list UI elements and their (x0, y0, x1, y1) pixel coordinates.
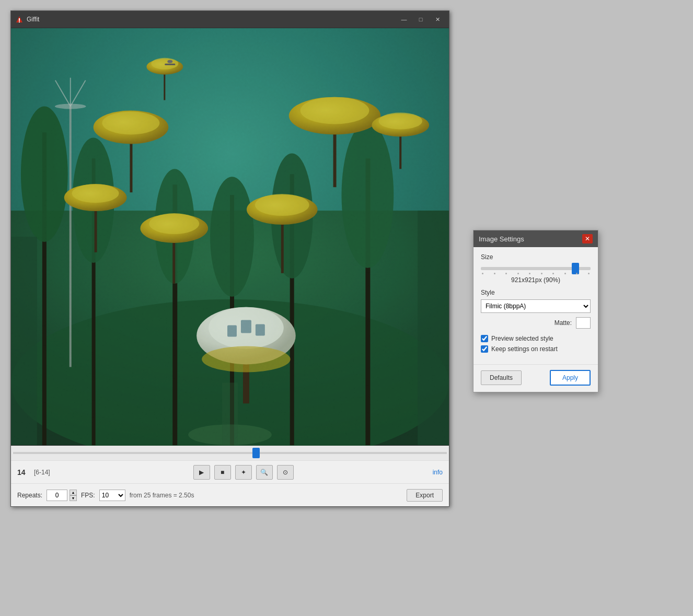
size-dot (517, 273, 519, 274)
svg-rect-57 (165, 64, 175, 65)
style-label: Style (481, 289, 591, 296)
panel-footer: Defaults Apply (473, 364, 598, 392)
style-select[interactable]: Filmic (8bppA) Classic (8bpp) Classic (2… (481, 299, 591, 313)
app-title: Giffit (27, 16, 39, 23)
keep-settings-checkbox-row: Keep settings on restart (481, 345, 591, 353)
info-link[interactable]: info (433, 469, 443, 476)
defaults-button[interactable]: Defaults (481, 370, 522, 385)
size-slider-container (481, 264, 591, 274)
matte-label: Matte: (555, 319, 572, 327)
camera-button[interactable]: ⊙ (277, 465, 294, 480)
style-row: Filmic (8bppA) Classic (8bpp) Classic (2… (481, 299, 591, 313)
fps-select[interactable]: 10 15 24 30 (99, 490, 125, 501)
spin-up-button[interactable]: ▲ (70, 490, 77, 495)
controls-bar: 14 [6-14] ▶ ■ ✦ 🔍 ⊙ info (11, 460, 449, 483)
svg-rect-1 (19, 18, 20, 21)
svg-rect-2 (19, 21, 20, 22)
panel-title-bar: Image Settings ✕ (473, 230, 598, 247)
svg-rect-56 (11, 28, 449, 445)
keep-settings-label[interactable]: Keep settings on restart (491, 345, 558, 353)
panel-body: Size 921x921px (90%) Style Filmic (8bppA… (473, 247, 598, 362)
size-slider[interactable] (481, 267, 591, 270)
title-bar: Giffit — □ ✕ (11, 11, 449, 28)
minimize-button[interactable]: — (397, 14, 411, 25)
image-area (11, 28, 449, 446)
export-button[interactable]: Export (407, 489, 443, 502)
size-dot (564, 273, 566, 274)
stop-icon: ■ (221, 469, 224, 476)
size-dot (494, 273, 495, 274)
search-button[interactable]: 🔍 (256, 465, 273, 480)
timeline-thumb[interactable] (252, 448, 260, 458)
size-dot (541, 273, 542, 274)
matte-row: Matte: (481, 317, 591, 329)
main-window: Giffit — □ ✕ (10, 10, 449, 507)
bottom-settings-bar: Repeats: ▲ ▼ FPS: 10 15 24 30 from 25 fr… (11, 483, 449, 506)
frames-info: from 25 frames = 2.50s (130, 492, 194, 499)
frame-range: [6-14] (34, 469, 50, 476)
size-dot (482, 273, 483, 274)
svg-point-58 (167, 60, 172, 63)
panel-close-button[interactable]: ✕ (582, 234, 593, 243)
app-icon (15, 15, 24, 24)
repeats-spinner[interactable]: ▲ ▼ (70, 490, 77, 501)
spin-down-button[interactable]: ▼ (70, 495, 77, 501)
stop-button[interactable]: ■ (214, 465, 231, 480)
scene-svg (11, 28, 449, 446)
size-value: 921x921px (90%) (481, 276, 591, 284)
size-label: Size (481, 253, 591, 261)
maximize-button[interactable]: □ (413, 14, 428, 25)
size-dot (588, 273, 590, 274)
filter-icon: ✦ (241, 469, 246, 476)
window-controls: — □ ✕ (397, 14, 445, 25)
repeats-input[interactable] (47, 490, 67, 501)
fps-label: FPS: (81, 492, 95, 499)
apply-button[interactable]: Apply (550, 370, 591, 386)
keep-settings-checkbox[interactable] (481, 345, 488, 353)
matte-color-picker[interactable] (576, 317, 591, 329)
settings-panel: Image Settings ✕ Size 921x921px (90%) S (473, 230, 598, 392)
play-button[interactable]: ▶ (193, 465, 210, 480)
search-icon: 🔍 (260, 469, 268, 476)
panel-title: Image Settings (479, 235, 524, 243)
play-icon: ▶ (199, 469, 204, 476)
current-frame: 14 (17, 468, 30, 476)
scene (11, 28, 449, 446)
preview-checkbox[interactable] (481, 335, 488, 342)
title-bar-left: Giffit (15, 15, 39, 24)
repeats-label: Repeats: (17, 492, 42, 499)
filter-button[interactable]: ✦ (235, 465, 252, 480)
preview-label[interactable]: Preview selected style (491, 335, 553, 342)
preview-checkbox-row: Preview selected style (481, 335, 591, 342)
close-button[interactable]: ✕ (430, 14, 445, 25)
camera-icon: ⊙ (283, 469, 288, 476)
playback-bar[interactable] (11, 446, 449, 460)
